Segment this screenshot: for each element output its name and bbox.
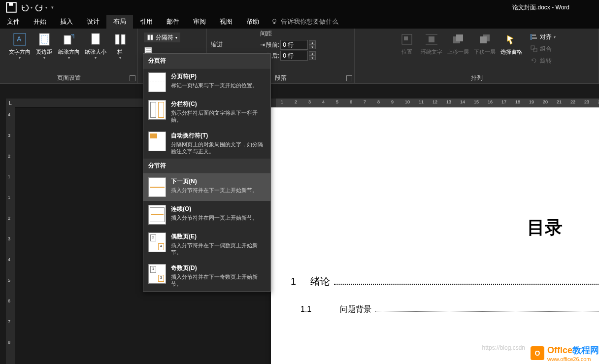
svg-rect-12 [148,35,150,40]
ruler-h-tick: 22 [570,99,575,104]
spacing-after-down[interactable]: ▼ [309,56,316,60]
spacing-before-icon: ⇥ [260,41,265,48]
save-button[interactable] [5,1,18,14]
svg-rect-29 [532,37,537,39]
rotate-button: 旋转 [528,55,558,66]
spacing-after-up[interactable]: ▲ [309,51,316,56]
ruler-h-tick: 3 [308,99,311,104]
selection-pane-icon [503,32,519,47]
ruler-h-tick: 19 [529,99,534,104]
qat-customize-button[interactable]: ▾ [49,1,55,14]
dd-item-even-page[interactable]: 24 偶数页(E)插入分节符并在下一偶数页上开始新节。 [143,229,270,260]
horizontal-ruler[interactable]: 123456789101112131415161718192021222324 [15,99,599,107]
group-label-paragraph: 段落 [275,73,287,83]
position-button: 位置 [396,31,418,71]
tab-insert[interactable]: 插入 [53,15,80,29]
toc-entry-1-1: 1.1 问题背景 [300,304,599,315]
ruler-h-tick: 18 [515,99,520,104]
tab-layout[interactable]: 布局 [106,15,133,29]
size-button[interactable]: 纸张大小▾ [83,31,108,71]
spacing-after-input[interactable] [280,51,308,61]
dd-item-page-break[interactable]: 分页符(P)标记一页结束与下一页开始的位置。 [143,68,270,96]
ruler-v-tick: 2 [8,216,10,221]
tab-file[interactable]: 文件 [0,15,27,29]
svg-rect-31 [533,48,537,52]
dd-item-column-break[interactable]: 分栏符(C)指示分栏符后面的文字将从下一栏开始。 [143,96,270,128]
ruler-h-tick: 10 [405,99,410,104]
tab-design[interactable]: 设计 [80,15,106,29]
toc-leader-dots [375,305,599,312]
watermark-logo-icon: O [531,346,544,360]
page-break-icon [148,72,166,92]
ruler-h-tick: 23 [584,99,589,104]
paragraph-launcher[interactable] [346,75,352,81]
dd-item-text-wrap-break[interactable]: 自动换行符(T)分隔网页上的对象周围的文字，如分隔题注文字与正文。 [143,128,270,159]
spacing-before-down[interactable]: ▼ [309,45,316,49]
save-icon [5,1,18,14]
svg-rect-3 [273,23,275,24]
lightbulb-icon [271,18,278,25]
page-size-icon [88,32,103,47]
svg-text:A: A [17,35,22,43]
tab-help[interactable]: 帮助 [239,15,266,29]
vertical-ruler[interactable]: 432112345678 [6,107,15,364]
ruler-v-tick: 4 [8,112,10,117]
svg-rect-20 [429,36,434,42]
svg-rect-26 [480,36,487,43]
text-direction-icon: A [12,32,28,47]
breaks-icon [147,34,154,41]
ruler-h-tick: 13 [446,99,451,104]
text-wrap-break-icon [148,132,166,151]
page-setup-launcher[interactable] [130,75,135,81]
columns-icon [112,32,128,47]
orientation-button[interactable]: 纸张方向▾ [56,31,82,71]
send-backward-icon [477,32,493,47]
watermark: https://blog.csdn O Office教程网 www.office… [482,344,599,362]
columns-button[interactable]: 栏▾ [109,31,131,71]
breaks-dropdown: 分页符 分页符(P)标记一页结束与下一页开始的位置。 分栏符(C)指示分栏符后面… [143,53,271,292]
section-odd-page-icon: 13 [148,264,166,284]
undo-button[interactable] [20,1,33,14]
ruler-v-tick: 7 [8,319,10,324]
column-break-icon [148,100,166,120]
tab-home[interactable]: 开始 [27,15,53,29]
ruler-v-tick: 1 [8,174,10,179]
tab-review[interactable]: 审阅 [186,15,213,29]
ruler-corner[interactable]: L [6,99,15,107]
ruler-v-tick: 6 [8,298,10,303]
spacing-before-up[interactable]: ▲ [309,40,316,45]
svg-rect-8 [64,35,71,44]
ruler-h-tick: 21 [557,99,562,104]
ruler-h-tick: 1 [281,99,283,104]
bring-forward-icon [450,32,466,47]
selection-pane-button[interactable]: 选择窗格 [499,31,524,71]
group-icon [530,45,538,53]
page[interactable]: 目录 1 绪论 1.1 问题背景 [271,107,599,364]
redo-button[interactable] [34,1,47,14]
ruler-v-tick: 4 [8,257,10,262]
send-backward-button: 下移一层 [472,31,498,71]
spacing-before-input[interactable] [280,40,308,50]
dd-item-odd-page[interactable]: 13 奇数页(D)插入分节符并在下一奇数页上开始新节。 [143,260,270,292]
tell-me-search[interactable]: 告诉我你想要做什么 [266,15,343,29]
tab-view[interactable]: 视图 [213,15,239,29]
tell-me-placeholder: 告诉我你想要做什么 [281,17,338,26]
dd-item-continuous[interactable]: 连续(O)插入分节符并在同一页上开始新节。 [143,201,270,229]
wrap-icon [424,32,439,47]
tab-mailings[interactable]: 邮件 [160,15,186,29]
tab-references[interactable]: 引用 [133,15,160,29]
group-page-setup: A 文字方向▾ 页边距▾ 纸张方向▾ 纸张大小▾ 栏▾ 页面设置 [0,29,138,83]
svg-rect-9 [92,33,100,44]
breaks-button[interactable]: 分隔符 ▾ [144,33,180,42]
ruler-v-tick: 1 [8,195,10,200]
document-canvas[interactable]: 目录 1 绪论 1.1 问题背景 [15,107,599,364]
ribbon-tabs: 文件 开始 插入 设计 布局 引用 邮件 审阅 视图 帮助 告诉我你想要做什么 [0,15,599,29]
ruler-h-tick: 5 [336,99,338,104]
svg-rect-10 [115,34,119,44]
dd-item-next-page[interactable]: 下一页(N)插入分节符并在下一页上开始新节。 [143,173,270,201]
rotate-icon [530,57,538,65]
margins-button[interactable]: 页边距▾ [33,31,55,71]
align-button[interactable]: 对齐▾ [528,32,558,42]
svg-rect-24 [456,34,463,41]
text-direction-button[interactable]: A 文字方向▾ [7,31,33,71]
